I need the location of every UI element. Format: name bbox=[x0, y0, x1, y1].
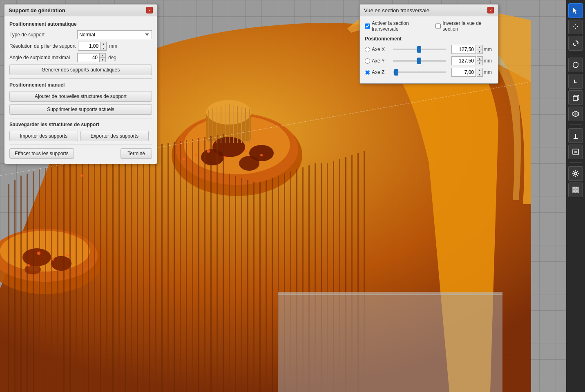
axis-x-label: Axe X bbox=[372, 47, 385, 52]
cross-section-header[interactable]: Vue en section transversale × bbox=[360, 4, 498, 16]
cross-section-close-button[interactable]: × bbox=[487, 7, 494, 13]
layer-tool-button[interactable]: L bbox=[568, 74, 583, 89]
axis-x-up[interactable]: ▲ bbox=[477, 45, 482, 49]
svg-rect-24 bbox=[51, 165, 52, 392]
checkbox-row: Activer la section transversale Inverser… bbox=[365, 20, 493, 32]
max-overhang-up[interactable]: ▲ bbox=[100, 53, 105, 58]
anchor-icon bbox=[572, 132, 579, 139]
svg-rect-28 bbox=[76, 158, 77, 392]
svg-rect-110 bbox=[576, 187, 578, 189]
axis-x-down[interactable]: ▼ bbox=[477, 49, 482, 53]
axis-y-row: Axe Y 127,50 ▲ ▼ mm bbox=[365, 56, 493, 65]
pillar-resolution-input[interactable]: 1,00 bbox=[78, 42, 100, 51]
axis-x-slider[interactable] bbox=[393, 49, 446, 50]
svg-point-108 bbox=[574, 172, 577, 175]
axis-x-input[interactable]: 127,50 bbox=[451, 45, 476, 54]
svg-rect-21 bbox=[33, 172, 34, 392]
toolbar-divider-3 bbox=[569, 163, 582, 163]
add-structures-button[interactable]: Ajouter de nouvelles structures de suppo… bbox=[9, 91, 152, 102]
svg-rect-31 bbox=[94, 155, 95, 392]
shield-tool-button[interactable] bbox=[568, 58, 583, 72]
pillar-resolution-spinner: 1,00 ▲ ▼ bbox=[78, 42, 107, 51]
svg-rect-56 bbox=[247, 180, 248, 392]
erase-all-supports-button[interactable]: Effacer tous les supports bbox=[9, 148, 74, 159]
support-type-row: Type de support Normal Arbre Pilier bbox=[9, 30, 152, 39]
generate-supports-button[interactable]: Générer des supports automatiques bbox=[9, 65, 152, 75]
export-supports-button[interactable]: Exporter des supports bbox=[80, 131, 149, 141]
svg-rect-40 bbox=[149, 146, 150, 392]
support-panel-header[interactable]: Support de génération × bbox=[4, 4, 157, 16]
cursor-tool-button[interactable] bbox=[568, 3, 583, 18]
svg-rect-58 bbox=[259, 182, 261, 392]
axis-y-radio[interactable] bbox=[365, 58, 370, 64]
axis-x-unit: mm bbox=[484, 47, 494, 52]
axis-z-radio-group: Axe Z bbox=[365, 69, 387, 75]
axis-z-up[interactable]: ▲ bbox=[477, 68, 482, 72]
axis-z-input[interactable]: 7,00 bbox=[451, 68, 476, 77]
cross-section-title: Vue en section transversale bbox=[364, 7, 429, 13]
svg-rect-80 bbox=[225, 105, 226, 143]
pillar-resolution-unit: mm bbox=[109, 43, 119, 49]
divider-1 bbox=[9, 78, 152, 79]
pillar-resolution-up[interactable]: ▲ bbox=[100, 42, 106, 46]
3d-view-button[interactable] bbox=[568, 107, 583, 121]
svg-rect-112 bbox=[576, 190, 578, 192]
settings-button[interactable] bbox=[568, 166, 583, 181]
svg-rect-33 bbox=[106, 153, 107, 392]
axis-y-up[interactable]: ▲ bbox=[477, 57, 482, 61]
svg-rect-39 bbox=[143, 147, 144, 392]
axis-z-slider[interactable] bbox=[393, 71, 446, 73]
remove-supports-button[interactable]: Supprimer les supports actuels bbox=[9, 104, 152, 115]
anchor-tool-button[interactable] bbox=[568, 128, 583, 143]
axis-z-down[interactable]: ▼ bbox=[477, 72, 482, 76]
svg-rect-30 bbox=[88, 156, 89, 392]
grid-icon bbox=[572, 186, 579, 194]
save-structures-label: Sauvegarder les structures de support bbox=[9, 122, 152, 127]
axis-x-radio[interactable] bbox=[365, 47, 370, 52]
support-generation-panel: Support de génération × Positionnement a… bbox=[4, 4, 157, 164]
axis-y-label: Axe Y bbox=[372, 58, 385, 64]
invert-view-checkbox[interactable] bbox=[435, 23, 441, 29]
svg-rect-29 bbox=[82, 157, 83, 392]
support-type-select[interactable]: Normal Arbre Pilier bbox=[77, 30, 152, 39]
move-tool-button[interactable] bbox=[568, 20, 583, 34]
rotate-tool-button[interactable] bbox=[568, 36, 583, 51]
3d-view-icon bbox=[572, 110, 579, 118]
invert-view-label: Inverser la vue de section bbox=[442, 20, 493, 32]
svg-rect-43 bbox=[167, 143, 169, 392]
svg-rect-46 bbox=[186, 140, 187, 392]
model-tool-button[interactable] bbox=[568, 145, 583, 159]
support-panel-close-button[interactable]: × bbox=[146, 7, 153, 13]
axis-y-slider[interactable] bbox=[393, 60, 446, 62]
svg-rect-51 bbox=[217, 135, 218, 392]
axis-z-radio[interactable] bbox=[365, 70, 370, 75]
svg-rect-49 bbox=[204, 137, 205, 392]
svg-point-87 bbox=[37, 252, 40, 255]
axis-y-down[interactable]: ▼ bbox=[477, 61, 482, 65]
max-overhang-down[interactable]: ▼ bbox=[100, 58, 105, 62]
svg-rect-85 bbox=[245, 108, 246, 143]
svg-rect-86 bbox=[249, 109, 250, 143]
grid-tool-button[interactable] bbox=[568, 183, 583, 197]
axis-y-input[interactable]: 127,50 bbox=[451, 56, 476, 65]
svg-point-94 bbox=[260, 154, 263, 156]
svg-rect-34 bbox=[112, 152, 114, 392]
import-supports-button[interactable]: Importer des supports bbox=[9, 131, 78, 141]
svg-rect-47 bbox=[192, 139, 193, 392]
pillar-resolution-down[interactable]: ▼ bbox=[100, 46, 106, 50]
svg-point-88 bbox=[52, 258, 54, 261]
activate-section-checkbox[interactable] bbox=[365, 23, 370, 29]
toolbar-divider-2 bbox=[569, 125, 582, 125]
svg-rect-54 bbox=[235, 176, 236, 392]
cube-tool-button[interactable] bbox=[568, 90, 583, 105]
svg-point-96 bbox=[80, 174, 83, 177]
svg-point-90 bbox=[66, 254, 69, 256]
svg-rect-82 bbox=[233, 105, 234, 143]
max-overhang-input[interactable]: 40 bbox=[77, 53, 100, 62]
model-icon bbox=[572, 148, 579, 156]
svg-point-93 bbox=[244, 150, 246, 152]
axis-z-arrows: ▲ ▼ bbox=[477, 68, 483, 77]
done-button[interactable]: Terminé bbox=[121, 148, 152, 159]
svg-point-92 bbox=[223, 156, 226, 158]
axis-y-unit: mm bbox=[484, 58, 494, 64]
